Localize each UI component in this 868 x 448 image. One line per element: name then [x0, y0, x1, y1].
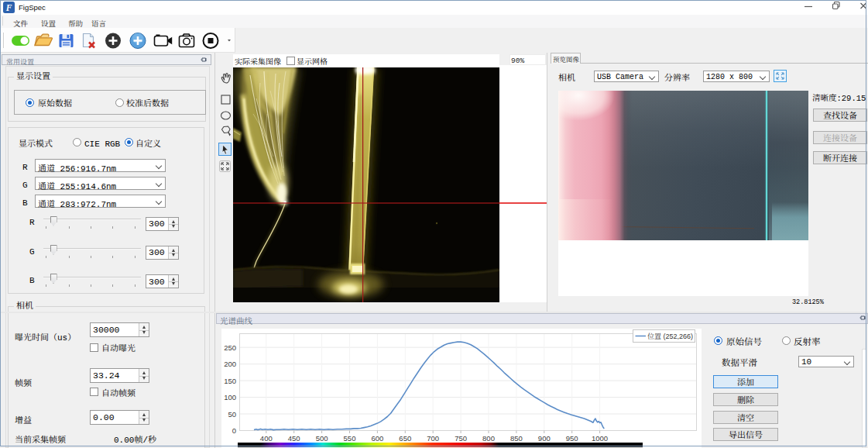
svg-text:250: 250	[224, 343, 236, 352]
svg-text:F: F	[5, 3, 12, 12]
svg-text:750: 750	[455, 434, 467, 443]
svg-text:50: 50	[228, 410, 236, 419]
svg-text:0: 0	[232, 426, 236, 435]
svg-text:600: 600	[371, 434, 383, 443]
svg-text:900: 900	[538, 434, 551, 443]
svg-text:850: 850	[510, 434, 523, 443]
svg-text:200: 200	[224, 360, 236, 368]
svg-text:100: 100	[224, 393, 236, 401]
svg-text:1000: 1000	[592, 434, 608, 443]
svg-text:500: 500	[316, 434, 328, 443]
svg-text:450: 450	[288, 434, 300, 443]
svg-text:400: 400	[260, 434, 273, 443]
svg-text:650: 650	[399, 434, 411, 443]
svg-text:950: 950	[566, 434, 578, 443]
svg-text:550: 550	[344, 434, 356, 443]
svg-text:150: 150	[224, 377, 236, 385]
svg-text:800: 800	[482, 434, 495, 443]
svg-text:位置 (252,266): 位置 (252,266)	[647, 331, 693, 341]
svg-text:700: 700	[427, 434, 439, 443]
